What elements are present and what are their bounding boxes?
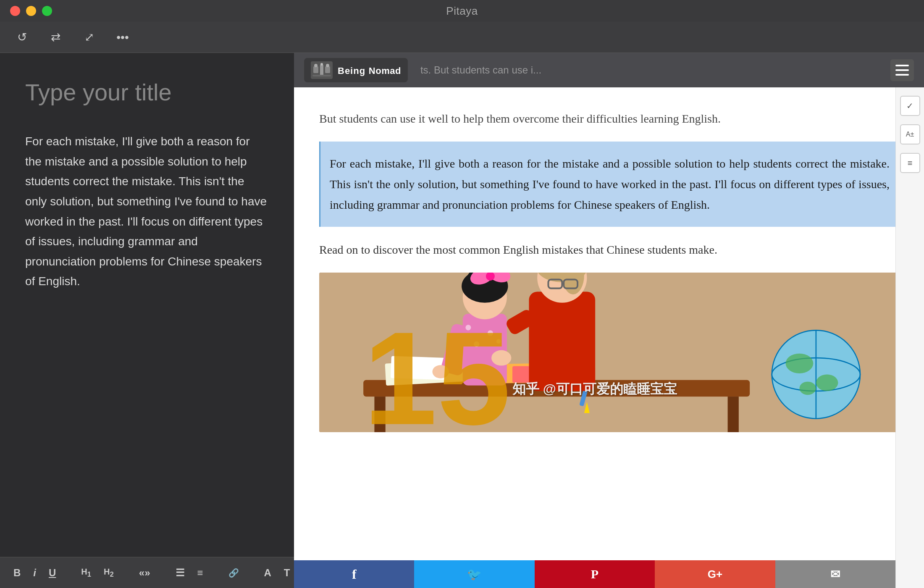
svg-rect-37 (529, 291, 595, 391)
h2-icon[interactable]: H2 (102, 565, 116, 580)
hamburger-menu-icon[interactable] (890, 59, 914, 81)
svg-point-1 (314, 64, 318, 67)
pinterest-icon: P (591, 567, 598, 581)
quote-icon[interactable]: «» (137, 565, 152, 580)
scene-svg: 15 (319, 273, 899, 432)
svg-point-5 (326, 64, 329, 67)
pinterest-share-button[interactable]: P (535, 560, 655, 588)
article-read-on-text: Read on to discover the most common Engl… (319, 239, 899, 260)
align-icon[interactable]: A (262, 565, 273, 580)
facebook-share-button[interactable]: f (294, 560, 414, 588)
highlighted-text-block: For each mistake, I'll give both a reaso… (319, 142, 899, 227)
more-icon[interactable]: ••• (114, 29, 131, 46)
article-intro-text: But students can use it well to help the… (319, 108, 899, 129)
editor-body-text[interactable]: For each mistake, I'll give both a reaso… (25, 131, 269, 291)
svg-rect-0 (313, 66, 318, 73)
underline-icon[interactable]: U (47, 565, 58, 580)
article-content: But students can use it well to help the… (294, 87, 924, 588)
menu-bar-2 (895, 69, 909, 71)
twitter-share-button[interactable]: 🐦 (414, 560, 534, 588)
fullscreen-icon[interactable]: ⤢ (81, 29, 97, 46)
browser-chrome: Being Nomad ts. But students can use i..… (294, 53, 924, 87)
email-share-button[interactable]: ✉ (775, 560, 895, 588)
italic-icon[interactable]: i (32, 565, 38, 580)
googleplus-share-button[interactable]: G+ (655, 560, 775, 588)
logo-icon (311, 61, 333, 79)
maximize-button[interactable] (42, 6, 52, 16)
svg-rect-2 (320, 65, 323, 76)
menu-tool[interactable]: ≡ (900, 153, 920, 173)
article-image: 15 知乎 @可口可爱的瞌睡宝宝 (319, 273, 899, 432)
bold-icon[interactable]: B (12, 565, 22, 580)
list-icon[interactable]: ☰ (174, 565, 186, 580)
close-button[interactable] (10, 6, 20, 16)
font-icon[interactable]: T (282, 565, 292, 580)
app-title: Pitaya (446, 5, 478, 18)
svg-rect-4 (325, 66, 330, 73)
site-logo: Being Nomad (304, 58, 408, 82)
menu-bar-1 (895, 65, 909, 66)
svg-rect-6 (312, 75, 331, 76)
svg-point-3 (320, 63, 323, 66)
svg-point-21 (786, 354, 814, 373)
logo-text: Being Nomad (338, 64, 401, 77)
twitter-icon: 🐦 (467, 567, 482, 581)
text-size-tool[interactable]: A± (900, 124, 920, 144)
check-tool[interactable]: ✓ (900, 96, 920, 116)
svg-rect-10 (728, 396, 739, 432)
email-icon: ✉ (830, 567, 840, 581)
h1-icon[interactable]: H1 (79, 565, 93, 580)
main-container: Type your title For each mistake, I'll g… (0, 53, 924, 588)
watermark-text: 知乎 @可口可爱的瞌睡宝宝 (512, 381, 677, 396)
bottom-toolbar: B i U H1 H2 «» ☰ ≡ 🔗 A T T ⊡ ⏱ 57 单词 ▾ (0, 557, 294, 588)
toolbar: ↺ ⇄ ⤢ ••• (0, 22, 924, 53)
facebook-icon: f (352, 567, 357, 582)
svg-text:15: 15 (363, 304, 511, 432)
minimize-button[interactable] (26, 6, 36, 16)
social-share-bar: f 🐦 P G+ ✉ (294, 560, 895, 588)
right-sidebar-tools: ✓ A± ≡ (895, 87, 924, 588)
partial-nav-text: ts. But students can use i... (420, 64, 541, 76)
link-icon[interactable]: 🔗 (227, 566, 241, 580)
titlebar: Pitaya (0, 0, 924, 22)
browser-panel: Being Nomad ts. But students can use i..… (294, 53, 924, 588)
menu-bar-3 (895, 74, 909, 76)
refresh-icon[interactable]: ↺ (13, 29, 30, 46)
watermark: 知乎 @可口可爱的瞌睡宝宝 (319, 380, 870, 399)
editor-title-placeholder[interactable]: Type your title (25, 78, 269, 106)
share-icon[interactable]: ⇄ (47, 29, 64, 46)
editor-panel: Type your title For each mistake, I'll g… (0, 53, 294, 588)
window-controls (10, 6, 52, 16)
googleplus-icon: G+ (708, 568, 722, 581)
highlighted-text: For each mistake, I'll give both a reaso… (330, 157, 890, 211)
list2-icon[interactable]: ≡ (196, 565, 205, 580)
